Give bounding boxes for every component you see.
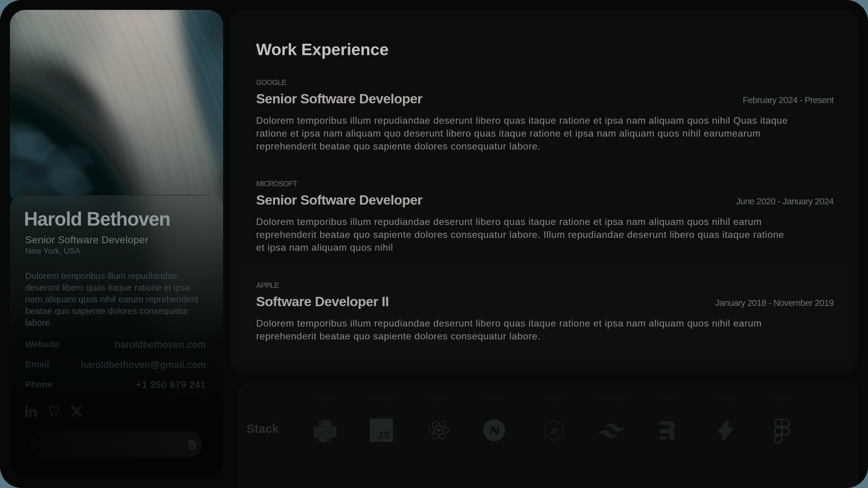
- svg-text:JS: JS: [377, 429, 390, 441]
- svg-text:JS: JS: [550, 427, 559, 435]
